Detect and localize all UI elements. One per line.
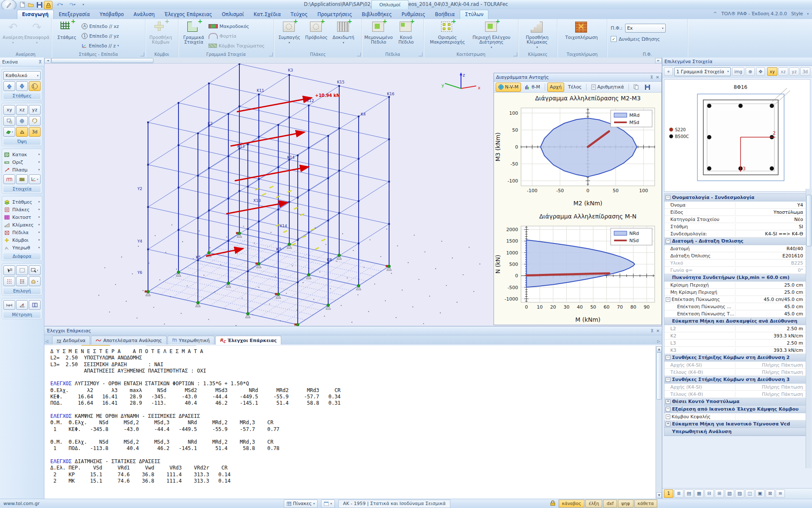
tab-Εισαγωγή[interactable]: Εισαγωγή	[17, 10, 54, 19]
tab-Υπόβαθρο[interactable]: Υπόβαθρο	[95, 10, 129, 19]
measure-distance-icon[interactable]: d	[3, 300, 15, 310]
select-poly-icon[interactable]: ▾	[29, 265, 41, 275]
select-building-icon[interactable]: ▾	[29, 276, 41, 286]
expander-icon[interactable]: −	[666, 414, 670, 419]
tables-button[interactable]: Πίνακες▾	[284, 500, 318, 508]
dialog-launcher[interactable]	[419, 52, 422, 56]
frame-red-icon[interactable]	[3, 174, 15, 184]
chevron-down-icon[interactable]: ▾	[38, 200, 40, 204]
tabs-scroll-right-icon[interactable]: ▷	[657, 339, 660, 343]
undo-button[interactable]: ↶Αναίρεση▾	[2, 20, 24, 51]
sidebar-item-Κλίμακες[interactable]: Κλίμακες▾	[3, 221, 41, 229]
masonry-icon[interactable]	[16, 174, 28, 184]
hscroll-thumb[interactable]	[51, 58, 154, 63]
panel-tool-icon[interactable]: ≣	[674, 489, 683, 498]
infill-button[interactable]: Τοιχοπλήρωση	[559, 20, 604, 51]
output-tab-Δεδομένα[interactable]: xyΔεδομένα	[52, 336, 90, 345]
pushover-forces-checkbox[interactable]: ✓	[611, 36, 617, 42]
pf-select[interactable]: Ex▾	[625, 24, 666, 33]
solid-slab-button[interactable]: +Συμπαγής▾	[276, 20, 303, 51]
property-row[interactable]: Κατηγορία ΣτοιχείουΝέο	[664, 216, 810, 223]
level-up-button[interactable]	[3, 81, 15, 91]
status-toggle-έλξη[interactable]: έλξη	[585, 500, 602, 508]
property-row[interactable]: −Κόμβου Κεφαλής	[664, 413, 810, 420]
property-row[interactable]: L22.50 m	[664, 325, 810, 332]
select-node-icon[interactable]	[3, 265, 15, 275]
numeric-button[interactable]: Αριθμητικά	[589, 83, 626, 92]
property-category[interactable]: −Διατομή - Διάταξη Όπλισης	[664, 237, 810, 245]
view-3d-button[interactable]: 3d	[29, 127, 41, 137]
ribbed-slab-button[interactable]: +Δοκιδωτή▾	[330, 20, 357, 51]
property-category[interactable]: +Θέσει Κοντό Υποστύλωμα	[664, 398, 810, 406]
cantilever-slab-button[interactable]: +Πρόβολος	[303, 20, 330, 51]
property-category[interactable]: Υπερωθητική Ανάλυση	[664, 428, 810, 436]
plane-xy-button[interactable]: xy	[3, 105, 15, 115]
expander-icon[interactable]: +	[666, 399, 670, 404]
close-icon[interactable]: ✕	[656, 75, 659, 80]
sidebar-item-Πέδιλα[interactable]: Πέδιλα▾	[3, 229, 41, 236]
property-scrollbar[interactable]	[806, 189, 812, 468]
redo-button[interactable]: ↷Επαναφορά▾	[24, 20, 49, 51]
chevron-down-icon[interactable]: ▾	[38, 246, 40, 249]
viewport-hscrollbar[interactable]: ◄ ►	[44, 58, 662, 64]
level-xz-button[interactable]: AΕπίπεδο // xz	[80, 22, 120, 30]
vscroll-thumb[interactable]	[656, 352, 662, 400]
punch-region-button[interactable]: +Περιοχή Ελέγχου Διάτρησης▾	[469, 20, 513, 51]
end-toggle[interactable]: Τέλος	[565, 83, 584, 92]
property-category[interactable]: Πυκνότητα Συνδετήρων (Lkp,min = 60.0 cm)	[664, 274, 810, 282]
section-view-yz[interactable]: yz	[789, 67, 799, 76]
expander-icon[interactable]: −	[666, 195, 670, 200]
single-level-button[interactable]: 1	[29, 81, 41, 91]
status-toggle-ψηφ[interactable]: ψηφ	[618, 500, 634, 508]
measure-angle-icon[interactable]: φ	[16, 300, 28, 310]
sidebar-item-Κόμβοι[interactable]: Κόμβοι▾	[3, 236, 41, 244]
property-row[interactable]: L32.50 m	[664, 340, 810, 347]
output-tab-Έλεγχοι Επάρκειας[interactable]: RCΈλεγχοι Επάρκειας	[215, 336, 281, 345]
style-dropdown-icon[interactable]: ▾	[807, 12, 809, 16]
property-category[interactable]: Εύκαμπτα Μήκη και Δυσκαμψίες ανά Διεύθυν…	[664, 318, 810, 325]
dialog-launcher[interactable]	[513, 52, 517, 56]
level-down-button[interactable]	[16, 81, 28, 91]
property-row[interactable]: ΥλικόB225	[664, 260, 810, 267]
chevron-down-icon[interactable]: ▾	[38, 153, 40, 156]
section-view-xy[interactable]: xy	[767, 67, 777, 76]
wall-nodes-button[interactable]: Κόμβοι Τοιχώματος	[207, 41, 266, 50]
plane-yz-button[interactable]: yz	[29, 105, 41, 115]
chevron-down-icon[interactable]: ▾	[38, 223, 40, 226]
measure-entity-icon[interactable]: E	[29, 300, 41, 310]
start-toggle[interactable]: Αρχή	[547, 83, 564, 92]
status-toggle-κάθετα[interactable]: κάθετα	[634, 500, 657, 508]
pan-icon[interactable]	[16, 116, 28, 126]
scroll-up-icon[interactable]: ▲	[656, 346, 662, 352]
property-row[interactable]: Τέλους (K4-Θ)Πλήρης Πάκτωση	[664, 391, 810, 398]
window-list-icon[interactable]: ▾	[321, 500, 335, 508]
tabs-scroll-left-icon[interactable]: ◁	[45, 339, 48, 343]
panel-tool-icon[interactable]: ⊞	[715, 489, 724, 498]
console-scrollbar[interactable]: ▲ ▼	[656, 346, 662, 499]
panel-tool-icon[interactable]: ◫	[745, 489, 754, 498]
collapse-ribbon-icon[interactable]: ^	[713, 11, 717, 17]
status-toggle-dxf[interactable]: dxf	[603, 500, 617, 508]
property-row[interactable]: ΣτάθμηSI	[664, 223, 810, 230]
property-category[interactable]: +Εύκαμπτα Μήκη για Ικανοτικό Τέμνουσα Vc…	[664, 420, 810, 428]
iso-view-button[interactable]: ▾	[3, 127, 15, 137]
sidebar-item-Οριζ[interactable]: Οριζ▾	[3, 158, 41, 166]
nvm-toggle[interactable]: N-V-M	[496, 83, 521, 92]
panel-tool-icon[interactable]: ▨	[735, 489, 744, 498]
select-window-icon[interactable]	[16, 265, 28, 275]
property-row[interactable]: Διάταξη ΌπλισηςE201610	[664, 252, 810, 260]
style-label[interactable]: Style	[791, 11, 803, 17]
property-row[interactable]: −Επέκταση Πύκνωσης45.0 cm/45.0 cm	[664, 296, 810, 303]
property-category[interactable]: −Εξαίρεση από Ικανοτικό Έλεγχο Κάμψης Κό…	[664, 406, 810, 413]
property-row[interactable]: Συνδεσμολογία:K4-SI ==> K4-Θ	[664, 230, 810, 237]
zoom-to-icon[interactable]: ⊕	[746, 67, 754, 76]
copy-icon[interactable]	[631, 83, 641, 92]
add-stair-button[interactable]: Προσθήκη Κλίμακας▾	[520, 20, 554, 51]
select-element-icon[interactable]: ⌖	[664, 67, 673, 76]
property-row[interactable]: ΕίδοςΥποστύλωμα	[664, 209, 810, 216]
property-row[interactable]: Τέλους (K4-Θ)Πλήρης Πάκτωση	[664, 369, 810, 376]
sidebar-item-Πλασμ[interactable]: Πλασμ▾	[3, 166, 41, 174]
expander-icon[interactable]: −	[666, 239, 670, 243]
tab-Τεύχος[interactable]: Τεύχος	[286, 10, 312, 19]
sidebar-item-Πλάκες[interactable]: Πλάκες▾	[3, 206, 41, 213]
